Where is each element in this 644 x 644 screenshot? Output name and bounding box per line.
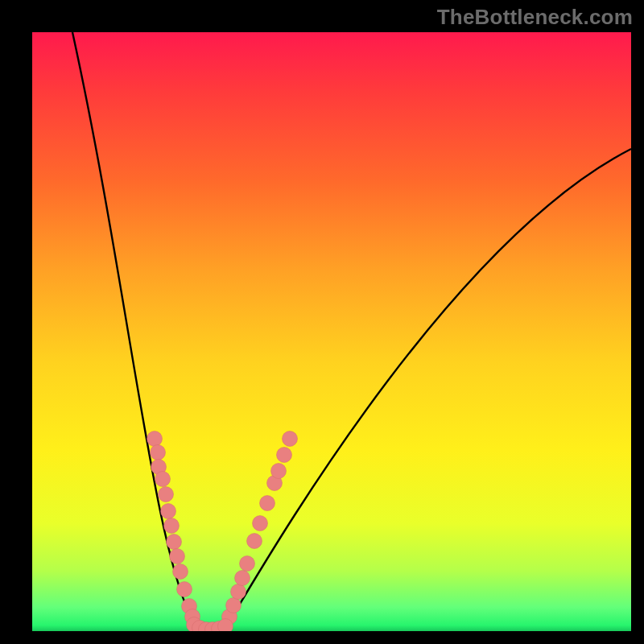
data-dot: [177, 582, 192, 597]
data-dot: [147, 431, 163, 447]
data-dot: [253, 516, 268, 531]
plot-area: [32, 32, 631, 631]
data-dot: [173, 564, 188, 580]
bottom-dots-group: [187, 617, 233, 632]
watermark-label: TheBottleneck.com: [437, 5, 633, 30]
chart-svg: [32, 32, 631, 631]
data-dot: [247, 534, 262, 549]
data-dot: [260, 496, 275, 511]
data-dot: [283, 431, 298, 447]
data-dot: [159, 487, 174, 502]
data-dot: [240, 556, 255, 572]
data-dot: [155, 472, 171, 487]
data-dot: [161, 504, 176, 519]
data-dot: [277, 448, 292, 463]
data-dot: [231, 584, 246, 600]
data-dot: [170, 549, 185, 564]
data-dot: [271, 464, 287, 479]
data-dot: [226, 598, 242, 613]
data-dot: [151, 445, 166, 460]
left-dots-group: [147, 431, 200, 625]
outer-frame: TheBottleneck.com: [0, 0, 644, 644]
data-dot: [235, 571, 250, 586]
data-dot: [164, 518, 180, 534]
data-dot: [167, 535, 182, 550]
bottleneck-curve: [72, 32, 631, 628]
